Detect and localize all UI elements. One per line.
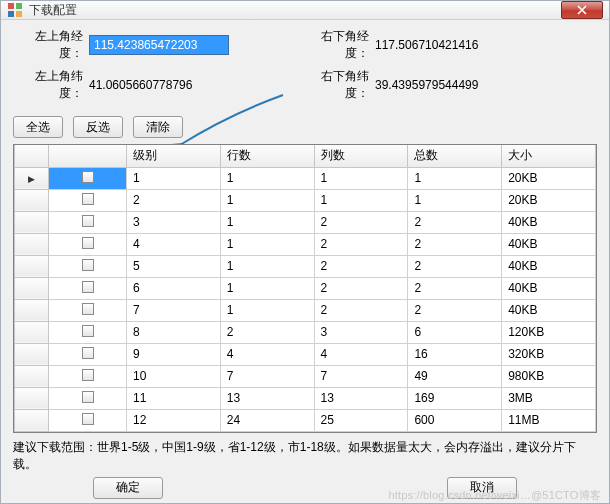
cell-level[interactable]: 4 (127, 233, 221, 255)
col-rows[interactable]: 行数 (220, 145, 314, 167)
table-row[interactable]: 1113131693MB (15, 387, 596, 409)
cell-rows[interactable]: 1 (220, 189, 314, 211)
table-row[interactable]: 111120KB (15, 167, 596, 189)
ok-button[interactable]: 确定 (93, 477, 163, 499)
table-row[interactable]: 312240KB (15, 211, 596, 233)
cell-level[interactable]: 9 (127, 343, 221, 365)
cell-total[interactable]: 2 (408, 211, 502, 233)
cell-total[interactable]: 2 (408, 255, 502, 277)
checkbox-icon[interactable] (82, 347, 94, 359)
cell-rows[interactable]: 1 (220, 211, 314, 233)
cell-total[interactable]: 6 (408, 321, 502, 343)
cell-cols[interactable]: 4 (314, 343, 408, 365)
cancel-button[interactable]: 取消 (447, 477, 517, 499)
cell-level[interactable]: 12 (127, 409, 221, 431)
cell-size[interactable]: 3MB (502, 387, 596, 409)
row-header[interactable] (15, 211, 49, 233)
row-header[interactable] (15, 365, 49, 387)
cell-level[interactable]: 11 (127, 387, 221, 409)
row-header[interactable] (15, 277, 49, 299)
cell-rows[interactable]: 1 (220, 233, 314, 255)
checkbox-icon[interactable] (82, 413, 94, 425)
cell-size[interactable]: 20KB (502, 189, 596, 211)
cell-cols[interactable]: 2 (314, 255, 408, 277)
row-header[interactable] (15, 299, 49, 321)
cell-level[interactable]: 6 (127, 277, 221, 299)
cell-cols[interactable]: 7 (314, 365, 408, 387)
checkbox-icon[interactable] (82, 325, 94, 337)
cell-level[interactable]: 1 (127, 167, 221, 189)
checkbox-icon[interactable] (82, 391, 94, 403)
cell-cols[interactable]: 2 (314, 299, 408, 321)
cell-total[interactable]: 169 (408, 387, 502, 409)
row-header[interactable] (15, 321, 49, 343)
checkbox-icon[interactable] (82, 171, 94, 183)
row-checkbox-cell[interactable] (49, 255, 127, 277)
checkbox-icon[interactable] (82, 215, 94, 227)
cell-cols[interactable]: 2 (314, 277, 408, 299)
cell-size[interactable]: 40KB (502, 299, 596, 321)
table-row[interactable]: 211120KB (15, 189, 596, 211)
row-checkbox-cell[interactable] (49, 189, 127, 211)
table-row[interactable]: 412240KB (15, 233, 596, 255)
row-header[interactable] (15, 387, 49, 409)
table-row[interactable]: 612240KB (15, 277, 596, 299)
table-row[interactable]: 12242560011MB (15, 409, 596, 431)
row-checkbox-cell[interactable] (49, 343, 127, 365)
cell-level[interactable]: 5 (127, 255, 221, 277)
cell-rows[interactable]: 7 (220, 365, 314, 387)
cell-total[interactable]: 2 (408, 299, 502, 321)
row-checkbox-cell[interactable] (49, 299, 127, 321)
cell-rows[interactable]: 1 (220, 277, 314, 299)
table-row[interactable]: 107749980KB (15, 365, 596, 387)
table-row[interactable]: 512240KB (15, 255, 596, 277)
cell-level[interactable]: 8 (127, 321, 221, 343)
cell-level[interactable]: 7 (127, 299, 221, 321)
checkbox-icon[interactable] (82, 193, 94, 205)
cell-size[interactable]: 20KB (502, 167, 596, 189)
cell-rows[interactable]: 1 (220, 299, 314, 321)
col-size[interactable]: 大小 (502, 145, 596, 167)
cell-size[interactable]: 11MB (502, 409, 596, 431)
cell-total[interactable]: 49 (408, 365, 502, 387)
cell-size[interactable]: 120KB (502, 321, 596, 343)
cell-cols[interactable]: 25 (314, 409, 408, 431)
row-header[interactable] (15, 233, 49, 255)
cell-rows[interactable]: 2 (220, 321, 314, 343)
cell-total[interactable]: 2 (408, 277, 502, 299)
cell-rows[interactable]: 4 (220, 343, 314, 365)
checkbox-icon[interactable] (82, 303, 94, 315)
row-checkbox-cell[interactable] (49, 387, 127, 409)
cell-total[interactable]: 16 (408, 343, 502, 365)
cell-cols[interactable]: 13 (314, 387, 408, 409)
data-grid[interactable]: 级别 行数 列数 总数 大小 111120KB211120KB312240KB4… (13, 144, 597, 433)
col-total[interactable]: 总数 (408, 145, 502, 167)
cell-rows[interactable]: 24 (220, 409, 314, 431)
col-level[interactable]: 级别 (127, 145, 221, 167)
cell-rows[interactable]: 1 (220, 255, 314, 277)
checkbox-icon[interactable] (82, 281, 94, 293)
row-checkbox-cell[interactable] (49, 409, 127, 431)
row-checkbox-cell[interactable] (49, 321, 127, 343)
select-all-button[interactable]: 全选 (13, 116, 63, 138)
cell-rows[interactable]: 1 (220, 167, 314, 189)
cell-cols[interactable]: 1 (314, 189, 408, 211)
cell-cols[interactable]: 2 (314, 211, 408, 233)
row-checkbox-cell[interactable] (49, 211, 127, 233)
cell-cols[interactable]: 2 (314, 233, 408, 255)
close-button[interactable] (561, 1, 603, 19)
cell-level[interactable]: 3 (127, 211, 221, 233)
cell-cols[interactable]: 1 (314, 167, 408, 189)
table-row[interactable]: 8236120KB (15, 321, 596, 343)
checkbox-icon[interactable] (82, 259, 94, 271)
row-header[interactable] (15, 167, 49, 189)
clear-button[interactable]: 清除 (133, 116, 183, 138)
cell-size[interactable]: 40KB (502, 233, 596, 255)
cell-size[interactable]: 40KB (502, 211, 596, 233)
table-row[interactable]: 712240KB (15, 299, 596, 321)
row-header[interactable] (15, 189, 49, 211)
row-header[interactable] (15, 343, 49, 365)
cell-size[interactable]: 980KB (502, 365, 596, 387)
table-row[interactable]: 94416320KB (15, 343, 596, 365)
invert-select-button[interactable]: 反选 (73, 116, 123, 138)
